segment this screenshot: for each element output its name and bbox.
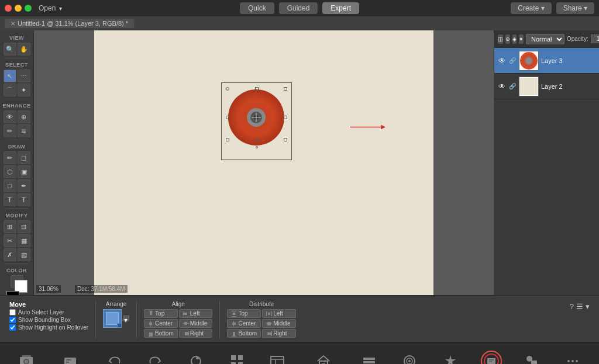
nav-home-screen[interactable]: Home Screen [301, 348, 346, 364]
arrange-thumb[interactable] [103, 309, 122, 328]
nav-styles[interactable]: Styles [474, 348, 509, 364]
redo-icon [144, 351, 166, 364]
gradient-tool[interactable]: ▣ [18, 165, 30, 178]
resize-tool[interactable]: ▧ [18, 248, 30, 261]
layer-item-2[interactable]: 👁 🔗 Layer 2 [494, 74, 599, 99]
nav-undo[interactable]: Undo [97, 348, 132, 364]
nav-tool-options[interactable]: Tool Options [49, 348, 91, 364]
app-open-menu[interactable]: Open [39, 4, 56, 12]
brush-tool[interactable]: ✏ [4, 151, 16, 164]
handle-top-left[interactable] [226, 87, 229, 91]
nav-filters[interactable]: Filters [392, 348, 427, 364]
nav-effects[interactable]: Effects [433, 348, 468, 364]
align-right-button[interactable]: Right [179, 329, 213, 338]
handle-top-middle[interactable] [255, 87, 259, 91]
document-tab[interactable]: ✕ Untitled-1 @ 31.1% (Layer 3, RGB/8) * [5, 19, 134, 28]
handle-bottom-left[interactable] [226, 138, 229, 141]
nav-layout[interactable]: Layout [219, 348, 254, 364]
layer2-thumbnail [519, 77, 539, 96]
align-bottom-button[interactable]: Bottom [144, 329, 178, 338]
tab-close-icon[interactable]: ✕ [11, 20, 15, 27]
handle-bottom-right[interactable] [284, 138, 287, 141]
help-icon[interactable]: ? [570, 302, 574, 311]
dist-center-label: Center [238, 320, 256, 327]
magic-wand-tool[interactable]: ✦ [18, 84, 30, 96]
quick-mode-button[interactable]: Quick [240, 2, 274, 14]
paint-bucket-tool[interactable]: ⬡ [4, 165, 16, 178]
nav-layers[interactable]: Layers [352, 348, 387, 364]
handle-middle-right[interactable] [284, 116, 287, 119]
document-canvas[interactable] [94, 30, 433, 295]
dist-top-button[interactable]: Top [227, 309, 261, 318]
shape-tool[interactable]: □ [4, 179, 16, 192]
lasso-tool[interactable]: ⌒ [4, 84, 16, 96]
handle-middle-left[interactable] [226, 116, 229, 119]
move-tool[interactable]: ↖ [4, 70, 16, 82]
dist-middle-button[interactable]: Middle [262, 319, 296, 328]
app-dropdown-arrow[interactable]: ▾ [59, 5, 62, 12]
arrange-dropdown-btn[interactable]: ▾ [123, 316, 129, 321]
panel-menu-icon[interactable]: ☰ [576, 302, 583, 311]
nav-photo-bin[interactable]: Photo Bin [9, 348, 44, 364]
spot-heal-tool[interactable]: ⊕ [18, 110, 30, 123]
panel-icon-3[interactable]: ◈ [512, 34, 517, 44]
handle-top-right[interactable] [284, 87, 287, 91]
handle-rotate[interactable] [256, 146, 258, 148]
handle-bottom-middle[interactable] [255, 138, 259, 141]
show-highlight-checkbox-row: Show Highlight on Rollover [9, 324, 88, 331]
eyedropper-tool[interactable]: 👁 [4, 110, 16, 123]
color-indicator[interactable] [6, 291, 27, 293]
svg-rect-29 [267, 322, 271, 325]
marquee-tool[interactable]: ⋯ [18, 70, 30, 82]
panel-collapse-icon[interactable]: ▾ [586, 302, 590, 311]
nav-more[interactable]: More [555, 348, 590, 364]
dist-left-button[interactable]: Left [262, 309, 296, 318]
foreground-color[interactable] [6, 291, 19, 295]
align-center-button[interactable]: Center [144, 319, 178, 328]
nav-redo[interactable]: Redo [137, 348, 173, 364]
draw-section-label: DRAW [8, 144, 26, 150]
show-bounding-checkbox[interactable] [9, 317, 16, 323]
recompose-tool[interactable]: ✗ [4, 248, 16, 261]
create-button[interactable]: Create ▾ [511, 2, 551, 14]
align-middle-button[interactable]: Middle [179, 319, 213, 328]
svg-rect-30 [232, 336, 236, 337]
align-top-button[interactable]: Top [144, 309, 178, 318]
layer3-object[interactable] [226, 87, 287, 148]
guided-mode-button[interactable]: Guided [279, 2, 318, 14]
layer2-visibility-icon[interactable]: 👁 [498, 82, 506, 91]
dist-bottom-button[interactable]: Bottom [227, 329, 261, 338]
eraser-tool[interactable]: ◻ [18, 151, 30, 164]
close-button[interactable] [5, 5, 12, 12]
layer-item-3[interactable]: 👁 🔗 Layer 3 [494, 48, 599, 74]
text-tool[interactable]: T [4, 193, 16, 206]
auto-select-checkbox[interactable] [9, 309, 16, 316]
pen-tool[interactable]: ✒ [18, 179, 30, 192]
layer3-visibility-icon[interactable]: 👁 [498, 57, 506, 65]
expert-mode-button[interactable]: Expert [322, 2, 359, 14]
panel-icon-2[interactable]: ⊙ [505, 34, 510, 44]
blend-mode-select[interactable]: Normal [526, 34, 564, 44]
nav-organizer[interactable]: Organizer [260, 348, 295, 364]
nav-rotate[interactable]: Rotate [178, 348, 214, 364]
align-tool[interactable]: ⊟ [18, 220, 30, 233]
opacity-input[interactable]: 100% [591, 34, 599, 43]
panel-icon-1[interactable]: ◫ [498, 34, 503, 44]
minimize-button[interactable] [15, 5, 22, 12]
dist-center-button[interactable]: Center [227, 319, 261, 328]
transform-tool[interactable]: ⊞ [4, 220, 16, 233]
content-aware-tool[interactable]: ▦ [18, 234, 30, 247]
brush-correct-tool[interactable]: ✏ [4, 124, 16, 137]
crop-tool[interactable]: ✂ [4, 234, 16, 247]
dist-right-button[interactable]: Right [262, 329, 296, 338]
align-left-button[interactable]: Left [179, 309, 213, 318]
zoom-tool[interactable]: 🔍 [4, 43, 16, 56]
blur-tool[interactable]: ≋ [18, 124, 30, 137]
hand-tool[interactable]: ✋ [18, 43, 30, 56]
show-highlight-checkbox[interactable] [9, 324, 16, 331]
text-tool-2[interactable]: T [18, 193, 30, 206]
nav-graphics[interactable]: Graphics [514, 348, 549, 364]
panel-icon-4[interactable]: ✦ [519, 34, 524, 44]
share-button[interactable]: Share ▾ [556, 2, 594, 14]
maximize-button[interactable] [25, 5, 32, 12]
